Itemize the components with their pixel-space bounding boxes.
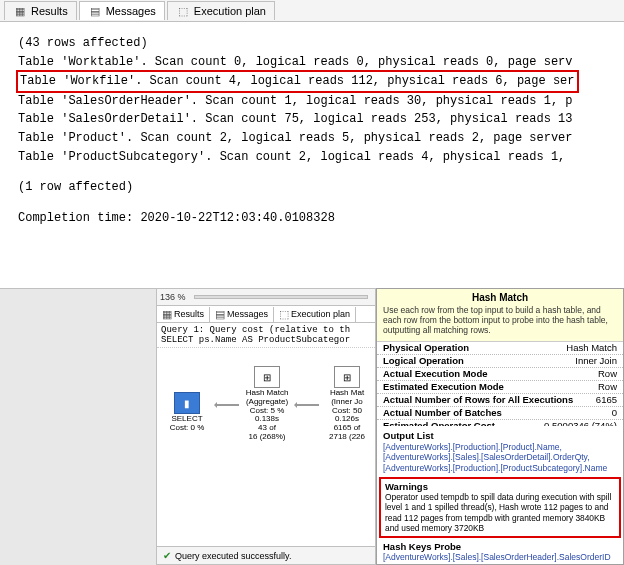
mini-toolbar: 136 % xyxy=(157,289,375,306)
hashkeys-text: [AdventureWorks].[Sales].[SalesOrderHead… xyxy=(383,552,617,562)
mini-tab-plan[interactable]: Execution plan xyxy=(274,307,356,322)
warnings-label: Warnings xyxy=(385,481,615,492)
messages-icon xyxy=(215,308,225,321)
lower-region: 136 % Results Messages Execution plan Qu… xyxy=(0,288,624,565)
tooltip-header: Hash Match Use each row from the top inp… xyxy=(377,289,623,342)
messages-pane: (43 rows affected) Table 'Worktable'. Sc… xyxy=(0,22,624,235)
op-hash-aggregate[interactable]: ⊞ Hash Match (Aggregate) Cost: 5 % 0.138… xyxy=(239,366,295,442)
stats-line: Table 'SalesOrderHeader'. Scan count 1, … xyxy=(18,92,616,111)
plan-icon xyxy=(176,4,190,18)
tooltip-prop-row: Estimated Operator Cost0.5000346 (74%) xyxy=(377,420,623,427)
plan-arrow xyxy=(295,404,319,406)
tab-results-label: Results xyxy=(31,5,68,17)
stats-line: Table 'ProductSubcategory'. Scan count 2… xyxy=(18,148,616,167)
tab-plan-label: Execution plan xyxy=(194,5,266,17)
messages-icon xyxy=(88,4,102,18)
tooltip-prop-row: Actual Number of Batches0 xyxy=(377,407,623,420)
prop-value: Row xyxy=(598,368,617,379)
prop-key: Logical Operation xyxy=(383,355,464,366)
tooltip-prop-row: Logical OperationInner Join xyxy=(377,355,623,368)
plan-query-header: Query 1: Query cost (relative to th SELE… xyxy=(157,323,375,348)
mini-tabs: Results Messages Execution plan xyxy=(157,306,375,323)
grid-icon xyxy=(162,308,172,321)
tab-messages-label: Messages xyxy=(106,5,156,17)
tooltip-desc: Use each row from the top input to build… xyxy=(383,305,617,336)
output-list-label: Output List xyxy=(377,426,623,442)
warnings-text: Operator used tempdb to spill data durin… xyxy=(385,492,615,534)
prop-key: Actual Number of Rows for All Executions xyxy=(383,394,573,405)
tooltip-prop-row: Actual Execution ModeRow xyxy=(377,368,623,381)
prop-value: 0 xyxy=(612,407,617,418)
rows-affected: (1 row affected) xyxy=(18,178,616,197)
execution-plan-panel: 136 % Results Messages Execution plan Qu… xyxy=(156,288,376,565)
tooltip-prop-row: Physical OperationHash Match xyxy=(377,342,623,355)
status-ok-icon xyxy=(163,550,171,561)
tab-results[interactable]: Results xyxy=(4,1,77,20)
gap xyxy=(0,288,156,565)
plan-arrow xyxy=(215,404,239,406)
completion-time: Completion time: 2020-10-22T12:03:40.010… xyxy=(18,209,616,228)
prop-value: Row xyxy=(598,381,617,392)
stats-line: Table 'SalesOrderDetail'. Scan count 75,… xyxy=(18,110,616,129)
hash-keys-block: Hash Keys Probe [AdventureWorks].[Sales]… xyxy=(377,539,623,564)
prop-key: Actual Number of Batches xyxy=(383,407,502,418)
hash-icon: ⊞ xyxy=(334,366,360,388)
output-tabs: Results Messages Execution plan xyxy=(0,0,624,22)
select-icon: ▮ xyxy=(174,392,200,414)
zoom-slider[interactable] xyxy=(194,295,368,299)
tooltip-title: Hash Match xyxy=(383,292,617,303)
stats-line: Table 'Worktable'. Scan count 0, logical… xyxy=(18,53,616,72)
status-text: Query executed successfully. xyxy=(175,551,291,561)
mini-tab-messages[interactable]: Messages xyxy=(210,307,274,322)
prop-key: Actual Execution Mode xyxy=(383,368,488,379)
tooltip-prop-row: Estimated Execution ModeRow xyxy=(377,381,623,394)
prop-value: Hash Match xyxy=(566,342,617,353)
output-list-text: [AdventureWorks].[Production].[Product].… xyxy=(377,442,623,476)
plan-canvas[interactable]: ▮ SELECT Cost: 0 % ⊞ Hash Match (Aggrega… xyxy=(157,348,375,546)
tab-execution-plan[interactable]: Execution plan xyxy=(167,1,275,20)
status-bar: Query executed successfully. xyxy=(157,546,375,564)
tooltip-props: Physical OperationHash MatchLogical Oper… xyxy=(377,342,623,427)
plan-icon xyxy=(279,308,289,321)
tooltip-prop-row: Actual Number of Rows for All Executions… xyxy=(377,394,623,407)
highlighted-workfile-line: Table 'Workfile'. Scan count 4, logical … xyxy=(16,70,579,93)
prop-value: Inner Join xyxy=(575,355,617,366)
stats-line: Table 'Product'. Scan count 2, logical r… xyxy=(18,129,616,148)
zoom-level[interactable]: 136 % xyxy=(160,292,186,302)
mini-tab-results[interactable]: Results xyxy=(157,307,210,322)
hash-icon: ⊞ xyxy=(254,366,280,388)
tab-messages[interactable]: Messages xyxy=(79,1,165,20)
hashkeys-label: Hash Keys Probe xyxy=(383,541,617,552)
op-select[interactable]: ▮ SELECT Cost: 0 % xyxy=(159,392,215,433)
op-hash-join[interactable]: ⊞ Hash Mat (Inner Jo Cost: 50 0.126s 616… xyxy=(319,366,375,442)
operator-tooltip: Hash Match Use each row from the top inp… xyxy=(376,288,624,565)
prop-key: Estimated Execution Mode xyxy=(383,381,504,392)
grid-icon xyxy=(13,4,27,18)
rows-affected: (43 rows affected) xyxy=(18,34,616,53)
prop-value: 6165 xyxy=(596,394,617,405)
warnings-block: Warnings Operator used tempdb to spill d… xyxy=(379,477,621,538)
prop-key: Physical Operation xyxy=(383,342,469,353)
